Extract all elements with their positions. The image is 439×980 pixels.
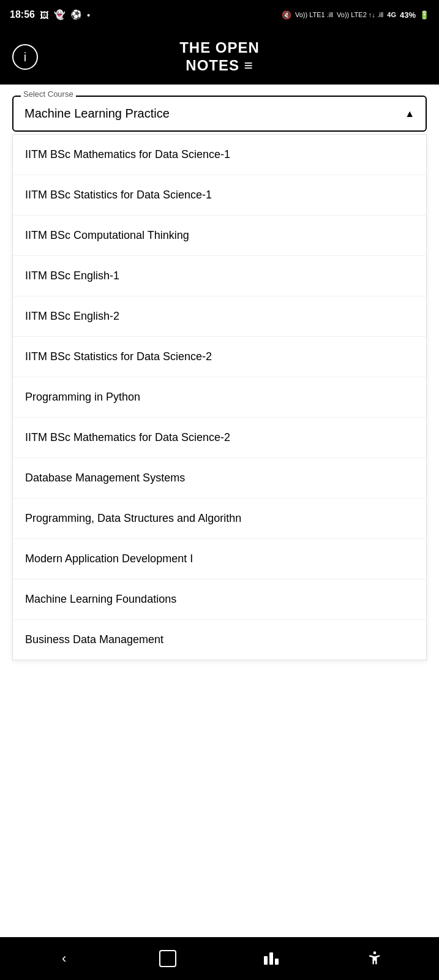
list-item[interactable]: IITM BSc English-1: [13, 256, 426, 296]
soccer-icon: ⚽: [70, 9, 82, 20]
app-title-line2: NOTES ≡: [179, 57, 260, 75]
list-item[interactable]: IITM BSc Statistics for Data Science-1: [13, 175, 426, 216]
snapchat-icon: 👻: [54, 9, 66, 20]
list-item[interactable]: IITM BSc English-2: [13, 296, 426, 337]
app-title: THE OPEN NOTES ≡: [179, 39, 260, 75]
select-course-label: Select Course: [21, 89, 76, 99]
accessibility-icon: [366, 950, 383, 967]
dropdown-list: IITM BSc Mathematics for Data Science-1I…: [12, 134, 427, 660]
status-left: 18:56 🖼 👻 ⚽ •: [10, 9, 90, 20]
list-item[interactable]: Business Data Management: [13, 620, 426, 660]
app-title-line1: THE OPEN: [179, 39, 260, 57]
dot-icon: •: [87, 10, 90, 20]
4g-icon: 4G: [387, 11, 396, 18]
status-right: 🔇 Vo)) LTE1 .ill Vo)) LTE2 ↑↓ .ill 4G 43…: [282, 10, 429, 20]
battery-percentage: 43%: [400, 10, 416, 20]
list-item[interactable]: IITM BSc Mathematics for Data Science-2: [13, 418, 426, 458]
list-item[interactable]: Machine Learning Foundations: [13, 579, 426, 620]
lte2-signal-icon: Vo)) LTE2 ↑↓ .ill: [337, 11, 383, 18]
select-course-box[interactable]: Machine Learning Practice ▲: [12, 96, 427, 132]
list-item[interactable]: Database Management Systems: [13, 458, 426, 499]
list-item[interactable]: Programming in Python: [13, 377, 426, 418]
list-item[interactable]: IITM BSc Computational Thinking: [13, 216, 426, 256]
svg-point-0: [373, 951, 377, 954]
recents-button[interactable]: [256, 943, 287, 974]
chevron-up-icon: ▲: [405, 108, 415, 119]
home-button[interactable]: [152, 943, 183, 974]
select-course-wrapper: Select Course Machine Learning Practice …: [12, 96, 427, 132]
battery-icon: 🔋: [419, 10, 429, 20]
info-button[interactable]: i: [12, 44, 38, 70]
bottom-nav-bar: ‹: [0, 937, 439, 980]
list-item[interactable]: Modern Application Development I: [13, 539, 426, 579]
list-item[interactable]: IITM BSc Mathematics for Data Science-1: [13, 135, 426, 175]
status-bar: 18:56 🖼 👻 ⚽ • 🔇 Vo)) LTE1 .ill Vo)) LTE2…: [0, 0, 439, 29]
app-header: i THE OPEN NOTES ≡: [0, 29, 439, 85]
recents-icon: [264, 952, 279, 965]
list-item[interactable]: IITM BSc Statistics for Data Science-2: [13, 337, 426, 377]
lte1-signal-icon: Vo)) LTE1 .ill: [295, 11, 333, 18]
info-icon: i: [24, 50, 26, 64]
home-icon: [159, 950, 176, 967]
list-item[interactable]: Programming, Data Structures and Algorit…: [13, 499, 426, 539]
status-time: 18:56: [10, 9, 35, 20]
back-button[interactable]: ‹: [49, 943, 80, 974]
select-course-value: Machine Learning Practice: [24, 107, 170, 121]
main-content: Select Course Machine Learning Practice …: [0, 85, 439, 937]
accessibility-button[interactable]: [359, 943, 390, 974]
photo-icon: 🖼: [40, 10, 49, 20]
mute-icon: 🔇: [282, 10, 291, 20]
